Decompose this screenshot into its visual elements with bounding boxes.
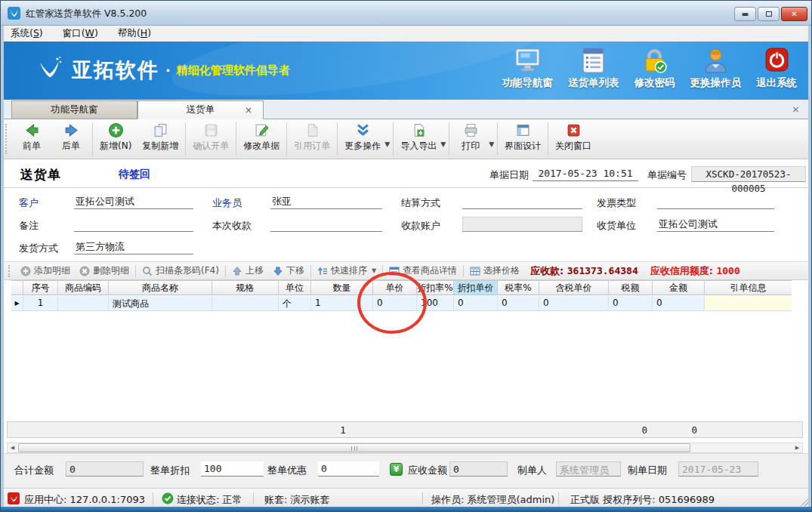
delete-detail-button[interactable]: 删除明细 (75, 264, 134, 277)
cell-discount-price[interactable]: 0 (454, 296, 498, 310)
cell-tax[interactable]: 0 (609, 296, 653, 310)
new-button[interactable]: 新增(N) (94, 119, 137, 159)
scan-barcode-button[interactable]: 扫描条形码(F4) (137, 264, 224, 277)
window-title: 红管家送货单软件 V8.5.200 (26, 8, 147, 20)
select-price-button[interactable]: 选择价格 (465, 264, 524, 277)
up-arrow-icon (232, 266, 242, 276)
ui-design-button[interactable]: 界面设计 (499, 119, 546, 159)
move-up-button[interactable]: 上移 (227, 264, 268, 277)
col-header-tax[interactable]: 税额 (609, 281, 653, 295)
tabstrip-close-icon[interactable]: × (792, 103, 800, 115)
cell-tax-price[interactable]: 0 (539, 296, 609, 310)
col-header-code[interactable]: 商品编码 (58, 281, 109, 295)
copy-new-button[interactable]: 复制新增 (137, 119, 184, 159)
brand-name: 亚拓软件 (72, 57, 159, 84)
menu-window[interactable]: 窗口(W) (63, 27, 98, 40)
customer-label: 客户 (19, 196, 39, 210)
total-amount-label: 合计金额 (14, 464, 54, 477)
add-detail-button[interactable]: 添加明细 (16, 264, 75, 277)
banner-button-exit-system[interactable]: 退出系统 (756, 48, 797, 90)
connection-status: 连接状态: 正常 (177, 493, 242, 507)
col-header-ref-info[interactable]: 引单信息 (705, 281, 792, 295)
banner-button-nav-window[interactable]: 功能导航窗 (502, 48, 554, 90)
import-export-button[interactable]: 导入导出 (395, 119, 442, 159)
receivable-amount-field[interactable]: 0 (449, 461, 508, 477)
summary-amount: 0 (653, 424, 697, 436)
app-logo-icon (8, 7, 20, 20)
quote-order-button[interactable]: 引用订单 (289, 119, 335, 159)
cell-unit[interactable]: 个 (279, 296, 311, 310)
status-bar: 应用中心: 127.0.0.1:7093 连接状态: 正常 账套: 演示账套 操… (2, 488, 810, 508)
quick-sort-dropdown-icon[interactable]: ▼ (372, 267, 376, 274)
cell-ref-info[interactable] (705, 296, 792, 310)
total-amount-field[interactable]: 0 (66, 461, 144, 477)
cell-code[interactable] (58, 296, 109, 310)
menu-system[interactable]: 系统(S) (11, 27, 43, 40)
customer-field[interactable]: 亚拓公司测试 (74, 194, 193, 209)
whole-discount-field[interactable]: 100 (201, 461, 264, 477)
invoice-field[interactable] (657, 194, 774, 209)
confirm-order-button[interactable]: 确认开单 (187, 119, 234, 159)
tab-nav-window[interactable]: 功能导航窗 (11, 100, 137, 119)
prev-order-button[interactable]: 前单 (12, 119, 51, 159)
banner-button-switch-operator[interactable]: 更换操作员 (690, 48, 742, 90)
printer-icon (463, 122, 479, 138)
col-header-name[interactable]: 商品名称 (109, 281, 212, 295)
whole-preference-field[interactable]: 0 (318, 461, 379, 477)
col-header-amount[interactable]: 金额 (653, 281, 705, 295)
make-date-label: 制单日期 (628, 464, 667, 477)
menu-help[interactable]: 帮助(H) (118, 27, 151, 40)
receiver-field[interactable]: 亚拓公司测试 (657, 217, 774, 232)
scrollbar-thumb[interactable] (18, 443, 690, 452)
app-center-status: 应用中心: 127.0.0.1:7093 (24, 493, 145, 507)
price-table-icon (470, 266, 480, 276)
cell-amount[interactable]: 0 (653, 296, 705, 310)
tab-close-icon[interactable]: × (245, 105, 252, 116)
tab-strip: 功能导航窗 送货单 × × (4, 100, 809, 119)
payment-field[interactable] (270, 217, 382, 232)
col-header-tax-price[interactable]: 含税单价 (539, 281, 609, 295)
col-header-spec[interactable]: 规格 (212, 281, 279, 295)
account-label: 收款账户 (401, 219, 440, 233)
col-header-discount-price[interactable]: 折扣单价 (454, 281, 498, 295)
summary-tax: 0 (610, 424, 647, 436)
doc-date-field[interactable]: 2017-05-23 10:51 (533, 168, 638, 181)
restore-button[interactable] (758, 7, 780, 21)
horizontal-scrollbar[interactable]: ◀ ▶ (7, 443, 803, 453)
resize-grip[interactable] (801, 498, 808, 506)
account-field[interactable] (462, 217, 582, 232)
tab-delivery-order[interactable]: 送货单 × (137, 100, 264, 119)
print-button[interactable]: 打印 (451, 119, 490, 159)
more-actions-button[interactable]: 更多操作 (339, 119, 386, 159)
ship-method-field[interactable]: 第三方物流 (74, 239, 193, 254)
close-window-button[interactable]: 关闭窗口 (550, 119, 597, 159)
next-order-button[interactable]: 后单 (51, 119, 91, 159)
operator-status: 操作员: 系统管理员(admin) (431, 493, 554, 507)
invoice-label: 发票类型 (597, 196, 636, 210)
magnifier-icon (142, 266, 153, 276)
double-chevron-down-icon (355, 122, 371, 138)
window-border-bottom (1, 507, 812, 511)
banner-button-delivery-list[interactable]: 送货单列表 (568, 48, 619, 90)
cell-seq[interactable]: 1 (23, 296, 58, 310)
scroll-right-arrow-icon[interactable]: ▶ (792, 443, 802, 452)
modify-order-button[interactable]: 修改单据 (238, 119, 285, 159)
banner-button-change-password[interactable]: 修改密码 (634, 48, 675, 90)
col-header-tax-rate[interactable]: 税率% (498, 281, 539, 295)
remark-field[interactable] (74, 217, 193, 232)
col-header-seq[interactable]: 序号 (23, 281, 58, 295)
quick-sort-button[interactable]: 快速排序 ▼ (313, 264, 381, 277)
scroll-left-arrow-icon[interactable]: ◀ (8, 443, 17, 452)
close-button[interactable]: ✕ (781, 7, 807, 21)
move-down-button[interactable]: 下移 (268, 264, 309, 277)
down-arrow-icon (273, 266, 283, 276)
cell-name[interactable]: 测试商品 (109, 296, 212, 310)
minimize-button[interactable]: ▬ (734, 7, 756, 21)
brand-banner: 亚拓软件 · 精细化管理软件倡导者 功能导航窗 送货单列表 修改密码 更换操作员 (4, 42, 809, 100)
salesman-field[interactable]: 张亚 (270, 194, 382, 209)
power-icon (763, 48, 791, 74)
settle-field[interactable] (462, 194, 582, 209)
col-header-unit[interactable]: 单位 (279, 281, 311, 295)
cell-spec[interactable] (212, 296, 279, 310)
cell-tax-rate[interactable]: 0 (498, 296, 539, 310)
